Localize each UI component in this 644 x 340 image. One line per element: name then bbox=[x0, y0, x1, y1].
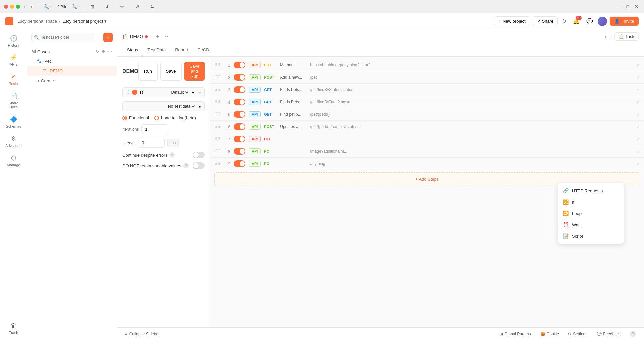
tree-item-demo[interactable]: 📋 DEMO bbox=[27, 66, 117, 76]
forward-button[interactable]: › bbox=[30, 3, 34, 11]
env-select[interactable]: Default bbox=[170, 90, 189, 95]
load-testing-radio-label[interactable]: Load testing(beta) bbox=[154, 115, 196, 120]
drag-handle-5[interactable]: ⠿⠿ bbox=[214, 112, 220, 117]
collapse-sidebar-button[interactable]: « Collapse Sidebar bbox=[122, 330, 162, 338]
drag-handle-2[interactable]: ⠿⠿ bbox=[214, 75, 220, 80]
add-tab-button[interactable]: + bbox=[155, 32, 160, 41]
window-minimize-button[interactable]: − bbox=[617, 3, 622, 11]
refresh-icon[interactable]: ↻ bbox=[560, 16, 568, 26]
fullscreen-button[interactable] bbox=[16, 5, 20, 9]
window-maximize-button[interactable]: □ bbox=[625, 3, 631, 11]
context-menu-script[interactable]: 📝 Script bbox=[558, 230, 624, 242]
drag-handle-7[interactable]: ⠿⠿ bbox=[214, 137, 220, 141]
continue-errors-toggle[interactable] bbox=[193, 152, 205, 158]
drag-handle-4[interactable]: ⠿⠿ bbox=[214, 100, 220, 104]
avatar[interactable] bbox=[598, 17, 607, 26]
step-expand-8[interactable]: ⤢ bbox=[636, 149, 640, 154]
sidebar-item-schemas[interactable]: 🔷 Schemas bbox=[1, 113, 26, 131]
continue-errors-help[interactable]: ? bbox=[169, 152, 175, 158]
sidebar-item-share-docs[interactable]: 📄 Share Docs bbox=[1, 90, 26, 112]
layout-button[interactable]: ⊞ bbox=[89, 3, 96, 11]
test-data-select[interactable]: No Test data bbox=[167, 104, 196, 109]
step-toggle-4[interactable] bbox=[234, 99, 245, 105]
iterations-input[interactable] bbox=[141, 124, 168, 134]
step-toggle-8[interactable] bbox=[234, 148, 245, 155]
chat-button[interactable]: 💬 bbox=[584, 16, 595, 26]
step-toggle-5[interactable] bbox=[234, 111, 245, 118]
zoom-in-button[interactable]: 🔍+ bbox=[70, 3, 81, 11]
run-button[interactable]: Run bbox=[138, 62, 158, 81]
settings-bottom-button[interactable]: ⚙ Settings bbox=[565, 330, 590, 338]
tree-item-pet[interactable]: 🐾 Pet bbox=[27, 57, 117, 66]
add-button[interactable]: + bbox=[103, 33, 113, 42]
back-button[interactable]: ‹ bbox=[23, 3, 27, 11]
settings-tree-button[interactable]: ⚙ bbox=[101, 49, 106, 55]
load-testing-radio[interactable] bbox=[154, 116, 159, 120]
task-button[interactable]: 📋 Task bbox=[614, 32, 639, 41]
sync-button[interactable]: ↺ bbox=[134, 3, 141, 11]
drag-handle-1[interactable]: ⠿⠿ bbox=[214, 63, 220, 67]
feedback-button[interactable]: 💬 Feedback bbox=[594, 330, 623, 338]
merge-button[interactable]: ⇆ bbox=[149, 3, 156, 11]
step-expand-6[interactable]: ⤢ bbox=[636, 124, 640, 129]
help-button[interactable]: ? bbox=[627, 330, 639, 338]
tab-steps[interactable]: Steps bbox=[122, 44, 143, 56]
cookie-button[interactable]: 🍪 Cookie bbox=[538, 330, 562, 338]
zoom-out-button[interactable]: 🔍− bbox=[42, 3, 53, 11]
pen-button[interactable]: ✏ bbox=[119, 3, 126, 11]
step-toggle-6[interactable] bbox=[234, 123, 245, 130]
more-tree-button[interactable]: ⋯ bbox=[107, 49, 113, 55]
drag-handle-3[interactable]: ⠿⠿ bbox=[214, 87, 220, 92]
context-menu-if[interactable]: 🔀 If bbox=[558, 196, 624, 208]
sidebar-item-history[interactable]: 🕐 History bbox=[1, 32, 26, 50]
minimize-button[interactable] bbox=[10, 5, 14, 9]
drag-handle-6[interactable]: ⠿⠿ bbox=[214, 124, 220, 129]
step-expand-1[interactable]: ⤢ bbox=[636, 62, 640, 68]
tab-report[interactable]: Report bbox=[170, 44, 193, 56]
refresh-tree-button[interactable]: ↻ bbox=[95, 49, 100, 55]
step-toggle-7[interactable] bbox=[234, 136, 245, 142]
context-menu-http[interactable]: 🔗 HTTP Requests bbox=[558, 185, 624, 196]
sidebar-item-advanced[interactable]: ⚙ Advanced bbox=[1, 132, 26, 150]
drag-handle-9[interactable]: ⠿⠿ bbox=[214, 161, 220, 166]
sidebar-item-manage[interactable]: ⬡ Manage bbox=[1, 152, 26, 170]
drag-handle-8[interactable]: ⠿⠿ bbox=[214, 149, 220, 154]
close-button[interactable] bbox=[4, 5, 8, 9]
new-project-button[interactable]: + New project bbox=[495, 16, 530, 26]
notifications-button[interactable]: 🔔 18 bbox=[571, 16, 582, 26]
step-expand-7[interactable]: ⤢ bbox=[636, 136, 640, 142]
functional-radio-label[interactable]: Functional bbox=[122, 115, 149, 120]
more-tab-button[interactable]: ⋯ bbox=[162, 32, 170, 41]
step-expand-4[interactable]: ⤢ bbox=[636, 99, 640, 105]
tab-cicd[interactable]: CI/CD bbox=[193, 44, 214, 56]
export-button[interactable]: ⬇ bbox=[104, 3, 111, 11]
interval-input[interactable] bbox=[138, 138, 165, 148]
sidebar-item-tests[interactable]: ✔ Tests bbox=[1, 70, 26, 88]
project-name[interactable]: Lucy personal project ▾ bbox=[62, 19, 107, 24]
retain-vars-help[interactable]: ? bbox=[183, 163, 189, 168]
create-button[interactable]: + + Create bbox=[27, 76, 117, 86]
step-toggle-3[interactable] bbox=[234, 86, 245, 93]
step-expand-2[interactable]: ⤢ bbox=[636, 75, 640, 80]
tab-test-data[interactable]: Test Data bbox=[143, 44, 170, 56]
nav-back-button[interactable]: ‹ bbox=[603, 33, 608, 41]
invite-button[interactable]: 👤+ Invite bbox=[610, 17, 639, 26]
global-params-button[interactable]: ⊞ Global Params bbox=[497, 330, 533, 338]
step-toggle-9[interactable] bbox=[234, 160, 245, 167]
share-button[interactable]: ↗ Share bbox=[533, 16, 558, 26]
search-input[interactable] bbox=[31, 33, 94, 42]
save-button[interactable]: Save bbox=[160, 62, 182, 81]
step-toggle-2[interactable] bbox=[234, 74, 245, 81]
sidebar-item-trash[interactable]: 🗑 Trash bbox=[1, 320, 26, 337]
window-close-button[interactable]: ✕ bbox=[633, 3, 640, 11]
step-expand-3[interactable]: ⤢ bbox=[636, 87, 640, 92]
context-menu-loop[interactable]: 🔁 Loop bbox=[558, 208, 624, 219]
nav-forward-button[interactable]: › bbox=[609, 33, 613, 41]
functional-radio[interactable] bbox=[122, 116, 127, 120]
step-toggle-1[interactable] bbox=[234, 62, 245, 68]
context-menu-wait[interactable]: ⏰ Wait bbox=[558, 219, 624, 230]
retain-vars-toggle[interactable] bbox=[193, 162, 205, 169]
step-expand-9[interactable]: ⤢ bbox=[636, 161, 640, 166]
save-run-button[interactable]: Save and Run bbox=[184, 62, 205, 81]
sidebar-item-apis[interactable]: ⚡ APIs bbox=[1, 51, 26, 69]
